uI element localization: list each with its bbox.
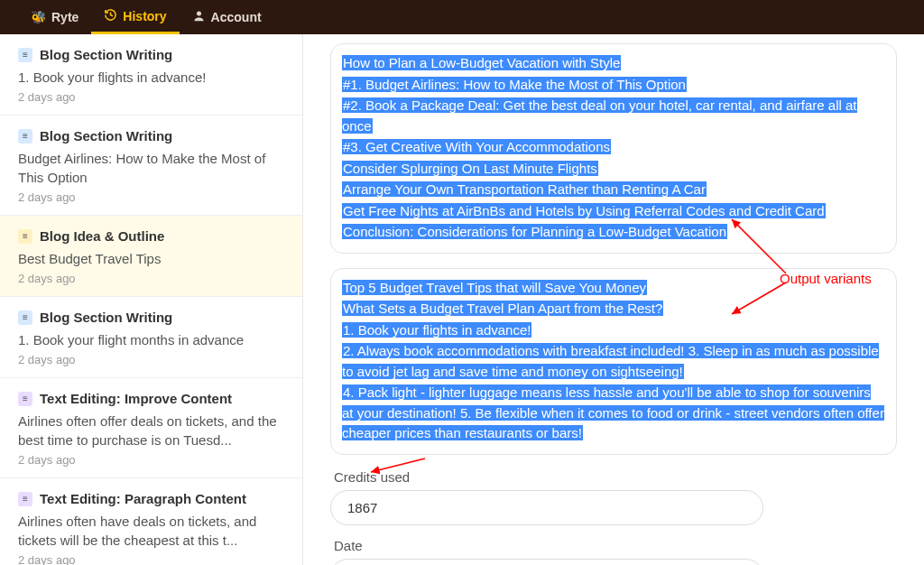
- annotation-label: Output variants: [780, 271, 872, 286]
- main-panel: How to Plan a Low-Budget Vacation with S…: [303, 34, 924, 565]
- history-item[interactable]: ≡ Blog Section Writing 1. Book your flig…: [0, 34, 302, 116]
- history-item-title: Blog Section Writing: [40, 47, 172, 62]
- history-type-icon: ≡: [18, 392, 32, 406]
- history-item-time: 2 days ago: [18, 453, 284, 467]
- history-item-time: 2 days ago: [18, 272, 284, 285]
- nav-brand-label: Ryte: [51, 10, 79, 24]
- top-nav-bar: 🐝 Ryte History Account: [0, 0, 924, 34]
- output-variant-card[interactable]: Top 5 Budget Travel Tips that will Save …: [330, 268, 897, 455]
- svg-point-0: [197, 12, 201, 16]
- history-item[interactable]: ≡ Text Editing: Improve Content Airlines…: [0, 378, 302, 478]
- nav-brand[interactable]: 🐝 Ryte: [18, 0, 91, 34]
- output-line: What Sets a Budget Travel Plan Apart fro…: [342, 299, 885, 320]
- output-line: Consider Splurging On Last Minute Flight…: [342, 159, 885, 180]
- history-sidebar[interactable]: ≡ Blog Section Writing 1. Book your flig…: [0, 34, 303, 565]
- output-line: #3. Get Creative With Your Accommodation…: [342, 137, 885, 158]
- logo-icon: 🐝: [31, 10, 46, 24]
- output-variant-card[interactable]: How to Plan a Low-Budget Vacation with S…: [330, 43, 897, 254]
- history-item-time: 2 days ago: [18, 553, 284, 565]
- history-item-title: Blog Idea & Outline: [40, 228, 164, 244]
- output-line: 1. Book your flights in advance!: [342, 320, 885, 341]
- history-item-title: Blog Section Writing: [40, 310, 172, 325]
- history-item-time: 2 days ago: [18, 90, 284, 104]
- history-item-title: Text Editing: Paragraph Content: [40, 491, 246, 506]
- history-item-title: Text Editing: Improve Content: [40, 391, 232, 406]
- history-type-icon: ≡: [18, 48, 32, 62]
- history-item-preview: 1. Book your flight months in advance: [18, 330, 284, 349]
- nav-account-label: Account: [211, 10, 262, 24]
- account-icon: [192, 9, 206, 25]
- history-item[interactable]: ≡ Blog Section Writing 1. Book your flig…: [0, 297, 302, 378]
- history-item-preview: Airlines often offer deals on tickets, a…: [18, 412, 284, 449]
- output-line: 2. Always book accommodations with break…: [342, 341, 885, 382]
- date-value: Mon, July 19, 2021, 04:15 pm: [330, 559, 763, 566]
- history-item-time: 2 days ago: [18, 190, 284, 204]
- history-type-icon: ≡: [18, 229, 32, 244]
- history-type-icon: ≡: [18, 129, 32, 144]
- history-item[interactable]: ≡ Blog Section Writing Budget Airlines: …: [0, 116, 302, 216]
- history-type-icon: ≡: [18, 310, 32, 325]
- history-item[interactable]: ≡ Blog Idea & Outline Best Budget Travel…: [0, 216, 302, 297]
- history-icon: [104, 8, 117, 24]
- history-item-time: 2 days ago: [18, 353, 284, 366]
- date-label: Date: [334, 538, 897, 553]
- output-line: #1. Budget Airlines: How to Make the Mos…: [342, 75, 885, 96]
- output-line: #2. Book a Package Deal: Get the best de…: [342, 96, 885, 136]
- history-item-preview: Best Budget Travel Tips: [18, 249, 284, 268]
- history-item-preview: Airlines often have deals on tickets, an…: [18, 512, 284, 550]
- history-item[interactable]: ≡ Text Editing: Paragraph Content Airlin…: [0, 478, 302, 565]
- history-item-preview: 1. Book your flights in advance!: [18, 68, 284, 87]
- output-line: Conclusion: Considerations for Planning …: [342, 222, 885, 243]
- credits-value: 1867: [330, 490, 763, 525]
- nav-history[interactable]: History: [91, 0, 179, 34]
- nav-account[interactable]: Account: [180, 0, 274, 34]
- nav-history-label: History: [123, 9, 166, 23]
- credits-label: Credits used: [334, 469, 897, 485]
- output-line: 4. Pack light - lighter luggage means le…: [342, 383, 885, 444]
- history-type-icon: ≡: [18, 492, 32, 506]
- history-item-title: Blog Section Writing: [40, 128, 172, 144]
- history-item-preview: Budget Airlines: How to Make the Most of…: [18, 149, 284, 187]
- output-line: Arrange Your Own Transportation Rather t…: [342, 180, 885, 200]
- output-line: Get Free Nights at AirBnBs and Hotels by…: [342, 201, 885, 222]
- output-line: How to Plan a Low-Budget Vacation with S…: [342, 53, 885, 74]
